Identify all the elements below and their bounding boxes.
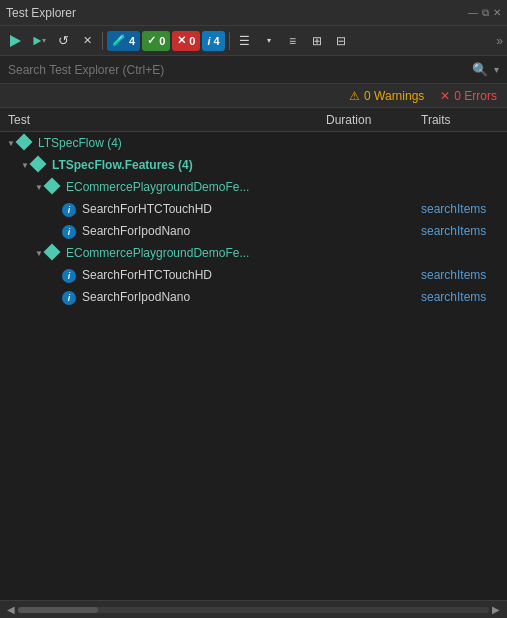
run-dropdown-button[interactable]: ▾ <box>28 30 50 52</box>
info-icon: i <box>62 267 78 283</box>
dock-icon[interactable]: ⧉ <box>482 7 489 19</box>
title-bar: Test Explorer — ⧉ ✕ <box>0 0 507 26</box>
fail-count: 0 <box>189 35 195 47</box>
pass-badge[interactable]: ✓ 0 <box>142 31 170 51</box>
status-bar: ⚠ 0 Warnings ✕ 0 Errors <box>0 84 507 108</box>
scroll-right-button[interactable]: ▶ <box>489 604 503 615</box>
scroll-thumb[interactable] <box>18 607 98 613</box>
check-icon: ✓ <box>147 34 156 47</box>
info-icon: i <box>62 223 78 239</box>
tree-item-label: LTSpecFlow (4) <box>38 136 417 150</box>
search-bar: 🔍 ▾ <box>0 56 507 84</box>
close-icon[interactable]: ✕ <box>493 7 501 18</box>
group-button[interactable]: ☰ <box>234 30 256 52</box>
info-icon: i <box>62 201 78 217</box>
info-icon: i <box>207 35 210 47</box>
tree-item-traits: searchItems <box>417 290 507 304</box>
beaker-badge[interactable]: 🧪 4 <box>107 31 140 51</box>
tree-item-label: SearchForIpodNano <box>82 224 417 238</box>
tree-item-traits: searchItems <box>417 224 507 238</box>
tree-row-ltspecflow-features[interactable]: ▼LTSpecFlow.Features (4) <box>0 154 507 176</box>
toolbar: ▾ ↺ ✕ 🧪 4 ✓ 0 ✕ 0 i 4 ☰ ▾ ≡ ⊞ ⊟ » <box>0 26 507 56</box>
errors-status: ✕ 0 Errors <box>440 89 497 103</box>
tree-row-ecommerce1[interactable]: ▼ECommercePlaygroundDemoFe... <box>0 176 507 198</box>
scroll-left-button[interactable]: ◀ <box>4 604 18 615</box>
search-icon: 🔍 <box>472 62 488 77</box>
tree-row-ecommerce2[interactable]: ▼ECommercePlaygroundDemoFe... <box>0 242 507 264</box>
pass-count: 0 <box>159 35 165 47</box>
horizontal-scrollbar: ◀ ▶ <box>0 600 507 618</box>
x-icon: ✕ <box>177 34 186 47</box>
duration-column-header[interactable]: Duration <box>322 113 417 127</box>
error-icon: ✕ <box>440 89 450 103</box>
svg-marker-1 <box>33 36 41 45</box>
warnings-status: ⚠ 0 Warnings <box>349 89 424 103</box>
errors-label: 0 Errors <box>454 89 497 103</box>
tree-item-label: SearchForHTCTouchHD <box>82 202 417 216</box>
list-view-button[interactable]: ≡ <box>282 30 304 52</box>
search-dropdown-icon[interactable]: ▾ <box>494 64 499 75</box>
separator-1 <box>102 32 103 50</box>
fail-badge[interactable]: ✕ 0 <box>172 31 200 51</box>
test-tree: ▼LTSpecFlow (4)▼LTSpecFlow.Features (4)▼… <box>0 132 507 600</box>
tree-row-searchhtc1[interactable]: iSearchForHTCTouchHDsearchItems <box>0 198 507 220</box>
tree-item-label: LTSpecFlow.Features (4) <box>52 158 417 172</box>
tree-row-ltspecflow[interactable]: ▼LTSpecFlow (4) <box>0 132 507 154</box>
overflow-icon[interactable]: » <box>496 34 503 48</box>
diamond-icon <box>32 157 48 173</box>
test-column-header[interactable]: Test <box>0 113 322 127</box>
tree-row-searchipod2[interactable]: iSearchForIpodNanosearchItems <box>0 286 507 308</box>
info-count: 4 <box>213 35 219 47</box>
group-dropdown-button[interactable]: ▾ <box>258 30 280 52</box>
diamond-icon <box>46 245 62 261</box>
expand-all-button[interactable]: ⊞ <box>306 30 328 52</box>
separator-2 <box>229 32 230 50</box>
tree-row-searchipod1[interactable]: iSearchForIpodNanosearchItems <box>0 220 507 242</box>
tree-row-searchhtc2[interactable]: iSearchForHTCTouchHDsearchItems <box>0 264 507 286</box>
search-input[interactable] <box>8 63 466 77</box>
info-icon: i <box>62 289 78 305</box>
warnings-label: 0 Warnings <box>364 89 424 103</box>
diamond-icon <box>46 179 62 195</box>
beaker-count: 4 <box>129 35 135 47</box>
diamond-icon <box>18 135 34 151</box>
svg-marker-0 <box>10 35 21 47</box>
tree-item-label: ECommercePlaygroundDemoFe... <box>66 246 417 260</box>
warning-icon: ⚠ <box>349 89 360 103</box>
tree-item-label: ECommercePlaygroundDemoFe... <box>66 180 417 194</box>
scroll-track[interactable] <box>18 607 489 613</box>
cancel-button[interactable]: ✕ <box>76 30 98 52</box>
beaker-icon: 🧪 <box>112 34 126 47</box>
collapse-all-button[interactable]: ⊟ <box>330 30 352 52</box>
tree-item-label: SearchForIpodNano <box>82 290 417 304</box>
info-badge[interactable]: i 4 <box>202 31 224 51</box>
title-bar-label: Test Explorer <box>6 6 76 20</box>
run-all-button[interactable] <box>4 30 26 52</box>
tree-item-traits: searchItems <box>417 202 507 216</box>
tree-item-traits: searchItems <box>417 268 507 282</box>
refresh-button[interactable]: ↺ <box>52 30 74 52</box>
pin-icon[interactable]: — <box>468 7 478 18</box>
column-headers: Test Duration Traits <box>0 108 507 132</box>
tree-item-label: SearchForHTCTouchHD <box>82 268 417 282</box>
traits-column-header[interactable]: Traits <box>417 113 507 127</box>
